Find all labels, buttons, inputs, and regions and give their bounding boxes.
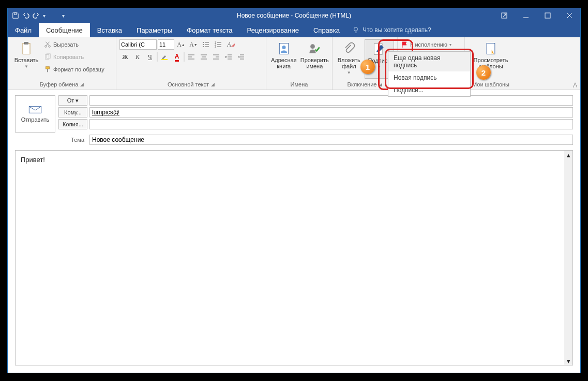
font-color-button[interactable]: А <box>171 52 183 62</box>
format-painter-button[interactable]: Формат по образцу <box>44 64 104 75</box>
tab-review[interactable]: Рецензирование <box>240 23 306 37</box>
scissors-icon <box>44 41 51 48</box>
view-templates-button[interactable]: Просмотреть шаблоны <box>468 39 514 79</box>
tab-help[interactable]: Справка <box>306 23 347 37</box>
svg-text:3: 3 <box>215 45 216 48</box>
body-scrollbar[interactable]: ▴ ▾ <box>564 151 572 365</box>
maximize-button[interactable] <box>537 8 559 23</box>
group-basictext: A▲ A▼ 123 A◢ Ж К Ч А <box>116 37 266 90</box>
svg-rect-51 <box>487 43 495 54</box>
clipboard-icon <box>19 41 34 56</box>
attach-file-button[interactable]: Вложить файл ▼ <box>336 39 363 79</box>
annotation-step2-box <box>385 49 474 89</box>
ribbon: Вставить ▼ Вырезать Копировать Формат по… <box>8 37 580 90</box>
dialog-launcher-icon[interactable]: ◢ <box>211 82 215 87</box>
address-book-icon <box>277 41 291 56</box>
to-button[interactable]: Кому... <box>58 107 87 118</box>
chevron-down-icon: ▼ <box>24 64 28 69</box>
lightbulb-icon <box>352 26 359 34</box>
check-names-icon <box>307 41 322 56</box>
bullets-button[interactable] <box>200 39 212 50</box>
svg-point-48 <box>282 46 285 49</box>
bold-button[interactable]: Ж <box>119 52 131 62</box>
close-button[interactable] <box>559 8 580 23</box>
svg-rect-9 <box>23 43 30 54</box>
app-window: ▾ ▾ Новое сообщение - Сообщение (HTML) Ф… <box>7 8 581 373</box>
svg-point-19 <box>203 42 204 43</box>
numbering-button[interactable]: 123 <box>213 39 224 50</box>
title-bar: ▾ ▾ Новое сообщение - Сообщение (HTML) <box>8 8 580 23</box>
svg-rect-10 <box>25 42 28 45</box>
svg-rect-18 <box>47 69 48 72</box>
font-name-input[interactable] <box>119 39 157 50</box>
tab-options[interactable]: Параметры <box>129 23 179 37</box>
align-right-button[interactable] <box>210 52 222 62</box>
annotation-step1-badge: 1 <box>360 60 375 74</box>
address-book-button[interactable]: Адресная книга <box>269 39 298 79</box>
shrink-font-button[interactable]: A▼ <box>188 39 199 50</box>
qat-more-icon[interactable]: ▾ <box>62 13 65 19</box>
paste-button[interactable]: Вставить ▼ <box>11 39 42 79</box>
send-button[interactable]: Отправить <box>15 95 55 133</box>
redo-icon[interactable] <box>33 12 40 19</box>
cut-button[interactable]: Вырезать <box>44 39 104 50</box>
svg-line-14 <box>46 42 49 46</box>
align-center-button[interactable] <box>198 52 209 62</box>
subject-field[interactable] <box>89 135 573 145</box>
svg-point-21 <box>203 44 204 45</box>
from-button[interactable]: От ▾ <box>58 95 87 106</box>
template-icon <box>484 41 498 56</box>
annotation-step2-badge: 2 <box>476 65 491 80</box>
scroll-up-icon[interactable]: ▴ <box>564 151 572 159</box>
quick-access-toolbar: ▾ ▾ <box>8 12 65 19</box>
check-names-button[interactable]: Проверить имена <box>300 39 329 79</box>
svg-rect-0 <box>14 13 16 15</box>
group-clipboard: Вставить ▼ Вырезать Копировать Формат по… <box>8 37 116 90</box>
grow-font-button[interactable]: A▲ <box>175 39 187 50</box>
cc-button[interactable]: Копия... <box>58 119 87 129</box>
save-icon[interactable] <box>12 12 19 19</box>
highlight-icon <box>161 53 168 61</box>
italic-button[interactable]: К <box>132 52 143 62</box>
copy-button[interactable]: Копировать <box>44 52 104 62</box>
to-field[interactable] <box>89 107 573 118</box>
undo-icon[interactable] <box>22 12 29 19</box>
svg-point-6 <box>354 27 357 31</box>
collapse-ribbon-button[interactable]: ⋀ <box>573 82 577 87</box>
cc-field[interactable] <box>89 119 573 129</box>
copy-icon <box>44 53 51 61</box>
svg-rect-31 <box>161 59 168 60</box>
brush-icon <box>44 66 51 73</box>
group-names: Адресная книга Проверить имена Имена <box>266 37 333 90</box>
ribbon-tabs: Файл Сообщение Вставка Параметры Формат … <box>8 23 580 37</box>
message-body[interactable]: Привет! ▴ ▾ <box>15 150 573 365</box>
increase-indent-button[interactable] <box>235 52 247 62</box>
ribbon-display-options[interactable] <box>493 8 515 23</box>
svg-point-12 <box>49 46 51 48</box>
qat-down-icon[interactable]: ▾ <box>43 13 46 19</box>
svg-point-23 <box>203 46 204 47</box>
tab-insert[interactable]: Вставка <box>90 23 129 37</box>
tell-me-search[interactable]: Что вы хотите сделать? <box>352 23 431 37</box>
compose-area: Отправить От ▾ Кому... Копия... Тема <box>8 90 580 373</box>
decrease-indent-button[interactable] <box>223 52 234 62</box>
envelope-icon <box>28 105 42 114</box>
subject-label: Тема <box>15 137 87 143</box>
align-left-button[interactable] <box>186 52 197 62</box>
svg-point-11 <box>45 46 47 48</box>
tab-format[interactable]: Формат текста <box>179 23 239 37</box>
font-size-input[interactable] <box>158 39 174 50</box>
tab-message[interactable]: Сообщение <box>39 23 90 37</box>
paperclip-icon <box>342 41 356 56</box>
dialog-launcher-icon[interactable]: ◢ <box>80 82 84 87</box>
highlight-button[interactable] <box>159 52 170 62</box>
clear-formatting-button[interactable]: A◢ <box>225 39 236 50</box>
from-field[interactable] <box>89 95 573 106</box>
svg-point-49 <box>310 44 315 49</box>
svg-line-13 <box>46 42 49 46</box>
underline-button[interactable]: Ч <box>144 52 156 62</box>
minimize-button[interactable] <box>515 8 537 23</box>
svg-rect-3 <box>545 13 550 18</box>
tab-file[interactable]: Файл <box>8 23 39 37</box>
scroll-down-icon[interactable]: ▾ <box>564 357 572 365</box>
